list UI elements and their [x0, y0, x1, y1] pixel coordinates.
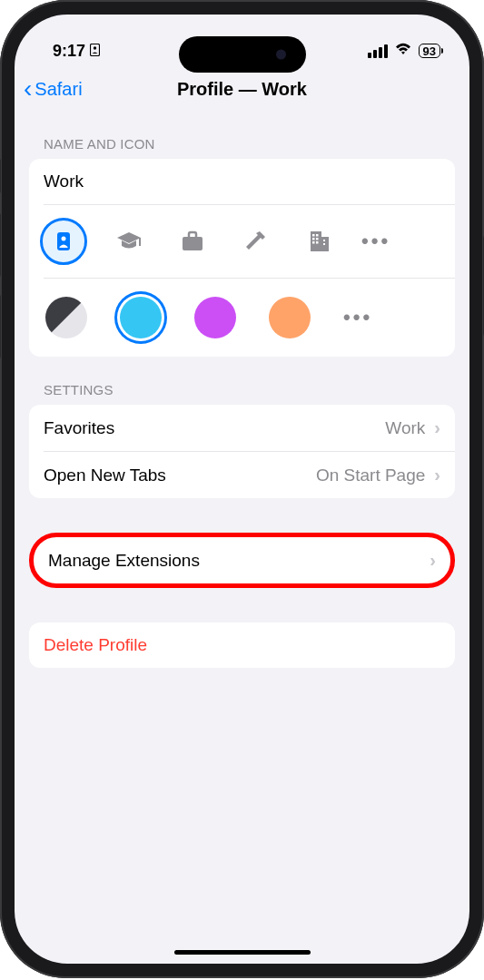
profile-name-input[interactable]: Work — [29, 159, 455, 204]
svg-point-1 — [94, 46, 96, 49]
phone-frame: 9:17 93 ‹ Safari — [0, 0, 484, 978]
svg-rect-12 — [312, 241, 315, 244]
open-new-tabs-row[interactable]: Open New Tabs On Start Page › — [29, 452, 455, 498]
chevron-left-icon: ‹ — [24, 76, 32, 102]
manage-extensions-label: Manage Extensions — [48, 551, 420, 571]
navigation-bar: ‹ Safari Profile — Work — [15, 67, 469, 111]
manage-extensions-card: Manage Extensions › — [29, 533, 455, 588]
color-option-purple[interactable] — [194, 297, 236, 338]
back-label: Safari — [35, 79, 82, 100]
icon-option-briefcase[interactable] — [178, 227, 207, 256]
icon-option-building[interactable] — [305, 227, 334, 256]
icon-picker-row: ••• — [29, 205, 455, 278]
more-colors-button[interactable]: ••• — [343, 306, 372, 329]
signal-icon — [368, 44, 388, 58]
open-new-tabs-label: Open New Tabs — [44, 466, 316, 485]
favorites-value: Work — [385, 418, 425, 438]
svg-rect-4 — [139, 238, 141, 246]
dynamic-island — [179, 36, 306, 73]
settings-card: Favorites Work › Open New Tabs On Start … — [29, 405, 455, 498]
color-option-default[interactable] — [45, 297, 87, 338]
svg-rect-5 — [183, 237, 202, 250]
chevron-right-icon: › — [430, 550, 436, 571]
color-option-orange[interactable] — [269, 297, 311, 338]
svg-rect-14 — [323, 240, 325, 241]
profile-name-value: Work — [44, 172, 440, 191]
svg-rect-0 — [91, 44, 100, 55]
chevron-right-icon: › — [434, 465, 440, 485]
back-button[interactable]: ‹ Safari — [24, 76, 83, 102]
svg-rect-11 — [316, 238, 319, 240]
wifi-icon — [394, 42, 412, 61]
delete-profile-row[interactable]: Delete Profile — [29, 622, 455, 668]
manage-extensions-row[interactable]: Manage Extensions › — [34, 537, 450, 583]
home-indicator[interactable] — [174, 950, 311, 955]
section-header-name-icon: NAME AND ICON — [29, 111, 455, 159]
open-new-tabs-value: On Start Page — [316, 466, 425, 485]
svg-rect-9 — [316, 234, 319, 237]
section-header-settings: SETTINGS — [29, 357, 455, 405]
svg-rect-15 — [323, 243, 325, 245]
user-icon — [90, 42, 100, 61]
svg-rect-10 — [312, 238, 315, 240]
svg-rect-13 — [316, 241, 319, 244]
color-picker-row: ••• — [29, 279, 455, 357]
delete-profile-label: Delete Profile — [44, 635, 440, 655]
icon-option-badge[interactable] — [40, 218, 87, 265]
icon-option-graduation[interactable] — [114, 227, 143, 256]
color-option-blue[interactable] — [120, 297, 162, 338]
page-title: Profile — Work — [177, 79, 307, 100]
name-icon-card: Work — [29, 159, 455, 357]
svg-rect-8 — [312, 234, 315, 237]
chevron-right-icon: › — [434, 417, 440, 438]
battery-indicator: 93 — [419, 44, 440, 58]
svg-point-3 — [62, 237, 66, 241]
favorites-row[interactable]: Favorites Work › — [29, 405, 455, 451]
icon-option-hammer[interactable] — [242, 227, 271, 256]
more-icons-button[interactable]: ••• — [361, 230, 390, 253]
screen: 9:17 93 ‹ Safari — [15, 15, 469, 964]
favorites-label: Favorites — [44, 418, 385, 438]
status-time: 9:17 — [53, 42, 85, 61]
delete-profile-card: Delete Profile — [29, 622, 455, 668]
